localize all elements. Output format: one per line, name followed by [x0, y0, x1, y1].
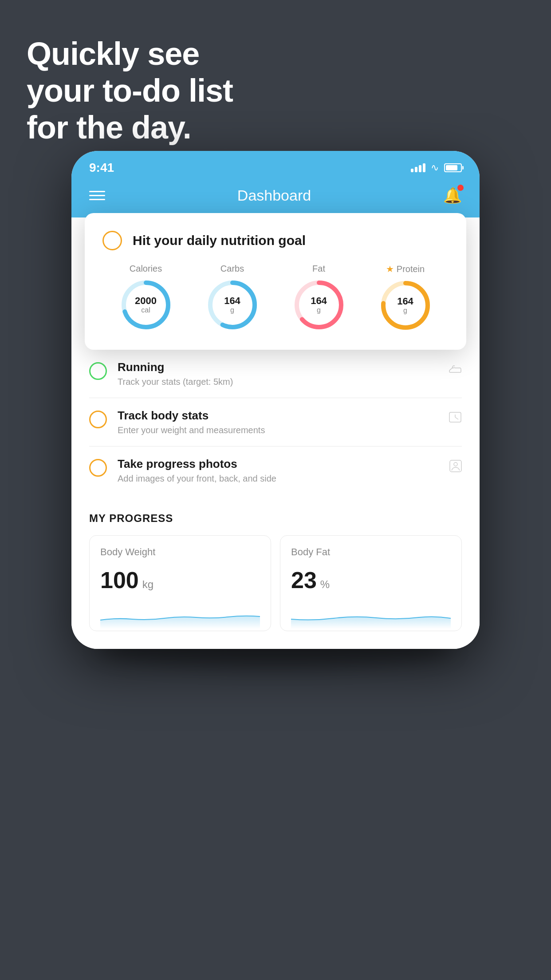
todo-subtitle-photos: Add images of your front, back, and side [118, 474, 439, 484]
carbs-label: Carbs [220, 264, 244, 274]
person-icon [449, 460, 462, 475]
progress-cards: Body Weight 100 kg [89, 535, 462, 631]
nutrition-card: Hit your daily nutrition goal Calories [85, 213, 466, 350]
protein-label: ★ Protein [386, 264, 425, 274]
protein-item: ★ Protein 164 g [379, 264, 432, 332]
signal-icon [411, 163, 425, 172]
todo-text-running: Running Track your stats (target: 5km) [118, 360, 438, 387]
todo-title-running: Running [118, 360, 438, 374]
fat-donut: 164 g [292, 278, 346, 332]
svg-point-12 [454, 462, 457, 466]
body-fat-value: 23 [291, 567, 317, 593]
carbs-donut: 164 g [206, 278, 259, 332]
wifi-icon: ∿ [431, 162, 439, 174]
body-weight-title: Body Weight [100, 546, 260, 558]
calories-item: Calories 2000 cal [119, 264, 173, 332]
content-area: THINGS TO DO TODAY Hit your daily nutrit… [71, 217, 480, 649]
body-weight-unit: kg [142, 578, 153, 591]
todo-checkbox-photos[interactable] [89, 459, 107, 477]
star-icon: ★ [386, 264, 394, 274]
calories-label: Calories [130, 264, 162, 274]
header-title: Dashboard [237, 187, 311, 204]
app-header: Dashboard 🔔 [71, 178, 480, 217]
todo-checkbox-running[interactable] [89, 362, 107, 380]
todo-checkbox-bodystats[interactable] [89, 411, 107, 428]
todo-subtitle-bodystats: Enter your weight and measurements [118, 425, 438, 435]
fat-item: Fat 164 g [292, 264, 346, 332]
carbs-item: Carbs 164 g [206, 264, 259, 332]
menu-button[interactable] [89, 191, 105, 200]
body-weight-value: 100 [100, 567, 139, 593]
status-bar: 9:41 ∿ [71, 151, 480, 178]
phone-mockup: 9:41 ∿ Dashboard [71, 151, 480, 649]
todo-item-photos[interactable]: Take progress photos Add images of your … [89, 447, 462, 494]
shoe-icon [449, 363, 462, 377]
todo-text-photos: Take progress photos Add images of your … [118, 457, 439, 484]
todo-subtitle-running: Track your stats (target: 5km) [118, 377, 438, 387]
progress-section-title: MY PROGRESS [89, 512, 462, 525]
status-icons: ∿ [411, 162, 462, 174]
progress-section: MY PROGRESS Body Weight 100 kg [71, 494, 480, 631]
body-weight-chart [100, 602, 260, 629]
nutrition-card-title: Hit your daily nutrition goal [133, 233, 306, 248]
todo-title-bodystats: Track body stats [118, 409, 438, 423]
body-fat-card: Body Fat 23 % [280, 535, 462, 631]
status-time: 9:41 [89, 161, 114, 175]
body-fat-chart [291, 602, 451, 629]
notification-badge [457, 185, 464, 191]
svg-line-10 [455, 417, 458, 419]
calories-donut: 2000 cal [119, 278, 173, 332]
todo-text-bodystats: Track body stats Enter your weight and m… [118, 409, 438, 435]
body-weight-card: Body Weight 100 kg [89, 535, 271, 631]
body-fat-unit: % [320, 578, 330, 591]
nutrition-row: Calories 2000 cal [102, 264, 449, 332]
nutrition-checkbox[interactable] [102, 231, 122, 250]
notification-button[interactable]: 🔔 [443, 186, 462, 204]
fat-label: Fat [312, 264, 325, 274]
protein-donut: 164 g [379, 279, 432, 332]
battery-icon [444, 163, 462, 172]
todo-list: Running Track your stats (target: 5km) [71, 350, 480, 494]
body-fat-title: Body Fat [291, 546, 451, 558]
hero-text: Quickly see your to-do list for the day. [27, 36, 233, 146]
todo-item-running[interactable]: Running Track your stats (target: 5km) [89, 350, 462, 398]
todo-item-bodystats[interactable]: Track body stats Enter your weight and m… [89, 398, 462, 447]
scale-icon [449, 411, 462, 426]
todo-title-photos: Take progress photos [118, 457, 439, 471]
